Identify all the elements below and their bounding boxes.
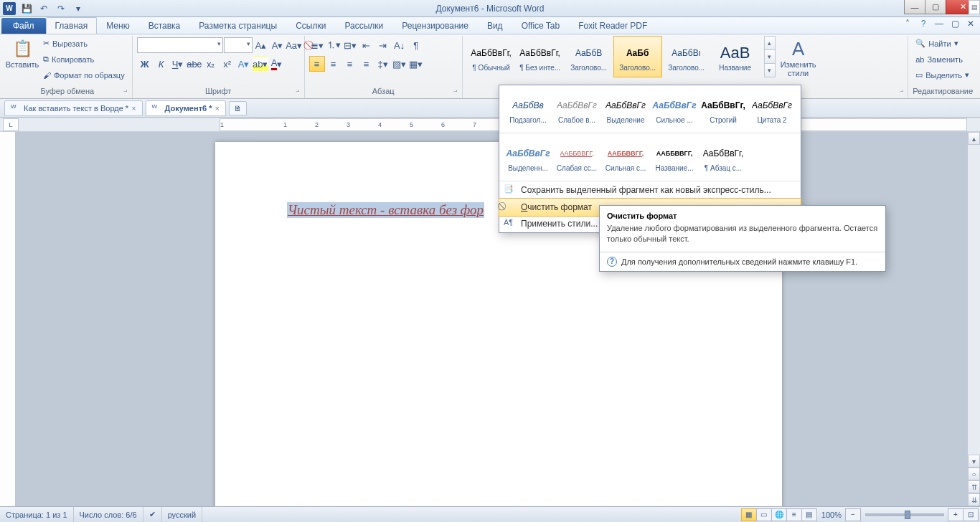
paste-button[interactable]: 📋 Вставить [7,36,37,70]
justify-button[interactable]: ≡ [359,56,374,72]
outline-view[interactable]: ≡ [786,508,802,521]
style-card[interactable]: АаБбВвГгСильное ... [650,88,699,130]
gallery-more-icon[interactable]: ▾ [765,64,775,77]
vertical-ruler[interactable] [0,132,16,506]
show-marks-button[interactable]: ¶ [408,37,424,53]
zoom-level[interactable]: 100% [821,511,842,519]
style-card[interactable]: АаБбВвГг,Строгий [699,88,748,130]
numbering-button[interactable]: ⒈▾ [326,37,341,53]
undo-button[interactable]: ↶ [36,1,52,16]
tab-insert[interactable]: Вставка [139,17,190,34]
grow-font-button[interactable]: A▴ [253,37,269,53]
fullscreen-view[interactable]: ▭ [756,508,772,521]
new-doc-tab[interactable]: 🗎 [229,101,247,115]
bold-button[interactable]: Ж [137,56,153,72]
subscript-button[interactable]: x₂ [203,56,219,72]
scroll-up-icon[interactable]: ▴ [968,132,980,145]
tab-home[interactable]: Главная [46,17,98,34]
decrease-indent-button[interactable]: ⇤ [359,37,374,53]
style-card[interactable]: ААББВВГГ,Название... [650,136,699,178]
underline-button[interactable]: Ч▾ [170,56,186,72]
web-view[interactable]: 🌐 [771,508,787,521]
find-button[interactable]: 🔍Найти▾ [913,36,972,51]
style-card[interactable]: AaБбВıЗаголово... [662,36,711,77]
draft-view[interactable]: ▤ [801,508,817,521]
language-status[interactable]: русский [162,507,202,522]
next-page-icon[interactable]: ⇊ [968,493,980,506]
maximize-button[interactable]: ▢ [925,0,946,14]
qat-customize[interactable]: ▾ [70,1,86,16]
vertical-scrollbar[interactable]: ▴ ▾ ○ ⇈ ⇊ [967,132,980,506]
style-card[interactable]: ААББВВГГ,Сильная с... [601,136,650,178]
tab-references[interactable]: Ссылки [286,17,335,34]
tab-mailings[interactable]: Рассылки [335,17,392,34]
font-color-button[interactable]: A▾ [269,56,285,72]
align-center-button[interactable]: ≡ [326,56,341,72]
tab-selector[interactable]: L [3,118,19,131]
line-spacing-button[interactable]: ‡▾ [375,56,391,72]
format-painter-button[interactable]: 🖌Формат по образцу [40,67,128,82]
style-card[interactable]: AaБбВЗаголово... [565,36,613,77]
browse-object-icon[interactable]: ○ [968,468,980,480]
multilevel-button[interactable]: ⊟▾ [342,37,358,53]
gallery-up-icon[interactable]: ▴ [765,37,775,50]
tab-layout[interactable]: Разметка страницы [189,17,286,34]
text-effects-button[interactable]: A▾ [236,56,252,72]
superscript-button[interactable]: x² [220,56,235,72]
borders-button[interactable]: ▦▾ [408,56,424,72]
shading-button[interactable]: ▨▾ [392,56,407,72]
shrink-font-button[interactable]: A▾ [270,37,286,53]
style-card[interactable]: AaBНазвание [711,36,760,77]
style-card[interactable]: AaБбЗаголово... [613,36,662,77]
doc-tab-2[interactable]: W Документ6 * × [146,100,226,116]
zoom-out-button[interactable]: − [845,508,861,521]
style-card[interactable]: АаБбВвГг,¶ Абзац с... [699,136,748,178]
style-card[interactable]: АаБбВвГгВыделенн... [504,136,552,178]
change-case-button[interactable]: Aa▾ [286,37,302,53]
bullets-button[interactable]: ≣▾ [309,37,325,53]
style-card[interactable]: АаБбВвГгВыделение [601,88,650,130]
redo-button[interactable]: ↷ [53,1,69,16]
highlight-button[interactable]: ab▾ [253,56,268,72]
doc-minimize-icon[interactable]: — [933,19,946,29]
copy-button[interactable]: ⧉Копировать [40,52,128,67]
ruler-toggle[interactable]: ▤ [969,0,980,14]
close-icon[interactable]: × [215,104,219,113]
cut-button[interactable]: ✂Вырезать [40,36,128,51]
tab-foxit[interactable]: Foxit Reader PDF [569,17,656,34]
style-card[interactable]: ААББВВГГ,Слабая сс... [552,136,601,178]
save-selection-style[interactable]: 📑 Сохранить выделенный фрагмент как новы… [499,181,801,199]
tab-review[interactable]: Рецензирование [392,17,478,34]
increase-indent-button[interactable]: ⇥ [375,37,391,53]
scroll-down-icon[interactable]: ▾ [968,455,980,468]
prev-page-icon[interactable]: ⇈ [968,480,980,493]
page-status[interactable]: Страница: 1 из 1 [0,507,74,522]
font-size-combo[interactable] [224,37,253,53]
zoom-in-button[interactable]: + [948,508,963,521]
ribbon-minimize-icon[interactable]: ˄ [901,19,914,29]
replace-button[interactable]: abЗаменить [913,52,972,67]
font-name-combo[interactable] [137,37,223,53]
tab-view[interactable]: Вид [478,17,512,34]
tab-menu[interactable]: Меню [97,17,138,34]
doc-restore-icon[interactable]: ▢ [948,19,961,29]
document-text[interactable]: Чистый текст - вставка без фор [287,202,484,218]
doc-close-icon[interactable]: ✕ [964,19,977,29]
word-count[interactable]: Число слов: 6/6 [74,507,143,522]
zoom-slider[interactable] [865,513,944,516]
gallery-down-icon[interactable]: ▾ [765,50,775,64]
italic-button[interactable]: К [154,56,169,72]
select-button[interactable]: ▭Выделить▾ [913,67,972,82]
file-tab[interactable]: Файл [1,18,46,34]
help-icon[interactable]: ? [917,19,930,29]
minimize-button[interactable]: — [904,0,925,14]
fit-page-button[interactable]: ⊡ [963,508,979,521]
align-left-button[interactable]: ≡ [309,56,325,72]
spellcheck-status[interactable]: ✔ [143,507,162,522]
close-icon[interactable]: × [131,104,136,113]
zoom-thumb[interactable] [905,511,910,519]
style-card[interactable]: AaБбВвГг,¶ Без инте... [516,36,565,77]
style-card[interactable]: АаБбВвГгСлабое в... [552,88,601,130]
style-card[interactable]: АаБбВвГгЦитата 2 [748,88,796,130]
style-card[interactable]: АаБбВвПодзагол... [504,88,552,130]
